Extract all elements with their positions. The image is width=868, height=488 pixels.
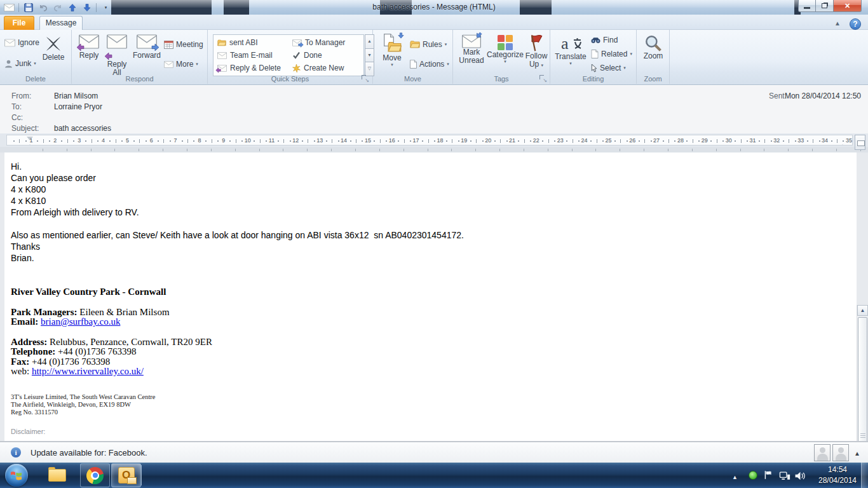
group-label-quick-steps: Quick Steps xyxy=(208,75,372,83)
network-icon[interactable] xyxy=(779,471,790,488)
group-move: Move ▾ Rules▾ Actions▾ Move xyxy=(373,30,453,84)
find-button[interactable]: Find xyxy=(591,34,618,46)
ruler-mark xyxy=(783,140,784,142)
right-indent-marker[interactable] xyxy=(839,141,846,146)
ruler-mark xyxy=(241,140,243,142)
ruler-number: 22 xyxy=(533,137,539,144)
ruler-number: 8 xyxy=(198,137,201,144)
restore-button[interactable] xyxy=(816,0,833,12)
ruler-track[interactable]: 1234567891011121314151617181920212223242… xyxy=(6,135,853,146)
scroll-up-button[interactable]: ▲ xyxy=(857,305,868,316)
reply-button[interactable]: Reply xyxy=(75,34,103,60)
ruler-mark xyxy=(446,140,447,142)
ruler-mark xyxy=(25,140,27,142)
related-button[interactable]: Related▾ xyxy=(591,48,632,60)
email-signature: River Valley Country Park - Cornwall Par… xyxy=(11,287,837,377)
tray-show-hidden-icons[interactable]: ▲ xyxy=(732,474,738,480)
quick-steps-dialog-launcher[interactable] xyxy=(362,75,369,82)
taskbar-chrome-button[interactable] xyxy=(80,463,110,487)
email-link[interactable]: brian@surfbay.co.uk xyxy=(41,316,120,327)
ruler-mark xyxy=(476,139,477,143)
quick-step-done[interactable]: Done xyxy=(292,49,322,62)
quick-step-create-new[interactable]: Create New xyxy=(292,62,344,74)
signature-address: Address: Relubbus, Penzance, Cornwall, T… xyxy=(11,337,837,348)
update-available-text[interactable]: Update available for: Facebook. xyxy=(31,448,147,458)
ruler-mark xyxy=(595,149,596,151)
forward-button[interactable]: Forward xyxy=(131,34,163,60)
select-button[interactable]: Select▾ xyxy=(591,62,626,74)
minimize-button[interactable] xyxy=(798,0,816,12)
message-header: From: Brian Milsom To: Lorraine Pryor Cc… xyxy=(0,86,868,133)
help-button[interactable]: ? xyxy=(850,18,861,30)
message-body-area: Hi. Can you please order 4 x K800 4 x K8… xyxy=(0,152,868,441)
quick-step-reply-delete[interactable]: Reply & Delete xyxy=(217,62,281,74)
ruler-mark xyxy=(67,139,68,143)
ruler-mark xyxy=(530,140,531,142)
chrome-icon xyxy=(86,467,104,484)
categorize-button[interactable]: Categorize ▾ xyxy=(487,34,523,64)
ruler-mark xyxy=(404,139,405,143)
delete-button[interactable]: Delete xyxy=(38,34,69,62)
tray-status-icon[interactable] xyxy=(749,471,757,480)
window-controls: ✕ xyxy=(798,0,862,12)
message-body[interactable]: Hi. Can you please order 4 x K800 4 x K8… xyxy=(4,152,857,441)
ruler-mark xyxy=(717,139,717,143)
signature-phone: Telephone: +44 (0)1736 763398 xyxy=(11,347,837,357)
zoom-button[interactable]: Zoom xyxy=(639,34,667,60)
ruler-mark xyxy=(314,140,315,142)
ruler-number: 16 xyxy=(389,137,395,144)
website-link[interactable]: http://www.rivervalley.co.uk/ xyxy=(32,366,144,376)
ruler-toggle-button[interactable] xyxy=(855,135,865,150)
quick-steps-gallery: sent ABI Team E-mail Reply & Delete To M… xyxy=(213,34,364,76)
reply-all-button[interactable]: Reply All xyxy=(103,34,131,77)
avatar[interactable] xyxy=(814,444,831,461)
show-desktop-button[interactable] xyxy=(861,463,868,488)
ruler-mark xyxy=(813,139,813,143)
ruler-number: 19 xyxy=(461,137,467,144)
ruler-mark xyxy=(260,139,261,143)
ruler-mark xyxy=(548,139,549,143)
ruler-number: 34 xyxy=(822,137,828,144)
move-button[interactable]: Move ▾ xyxy=(378,34,406,67)
more-button[interactable]: More▾ xyxy=(164,58,198,71)
taskbar-explorer-button[interactable] xyxy=(42,463,72,487)
ruler-number: 13 xyxy=(316,137,323,144)
ruler-mark xyxy=(356,139,356,143)
meeting-button[interactable]: Meeting xyxy=(164,38,203,51)
collapse-ribbon-icon[interactable]: ▲ xyxy=(834,20,841,27)
taskbar-clock[interactable]: 14:54 28/04/2014 xyxy=(815,464,860,486)
tab-file[interactable]: File xyxy=(4,16,34,30)
start-button[interactable] xyxy=(5,464,28,487)
actions-button[interactable]: Actions▾ xyxy=(410,58,449,71)
mark-unread-button[interactable]: Mark Unread xyxy=(456,34,487,65)
tab-message[interactable]: Message xyxy=(39,16,83,30)
from-value[interactable]: Brian Milsom xyxy=(54,92,98,100)
translate-button[interactable]: a Translate ▾ xyxy=(553,34,588,66)
taskbar-outlook-button[interactable]: O xyxy=(111,463,141,487)
to-value[interactable]: Lorraine Pryor xyxy=(54,102,102,111)
action-center-icon[interactable] xyxy=(764,470,773,488)
ruler-number: 28 xyxy=(677,137,684,144)
ruler-mark xyxy=(229,140,231,142)
ruler-mark xyxy=(771,140,772,142)
ruler-mark xyxy=(116,139,116,143)
avatar[interactable] xyxy=(832,444,849,461)
close-button[interactable]: ✕ xyxy=(833,0,862,12)
junk-button[interactable]: Junk▾ xyxy=(4,57,36,70)
rules-button[interactable]: Rules▾ xyxy=(410,38,447,51)
quick-step-team-email[interactable]: Team E-mail xyxy=(217,49,273,62)
volume-icon[interactable] xyxy=(795,471,806,488)
ruler[interactable]: 1234567891011121314151617181920212223242… xyxy=(0,133,868,152)
follow-up-button[interactable]: Follow Up ▾ xyxy=(523,34,550,69)
ruler-mark xyxy=(740,149,741,151)
ruler-mark xyxy=(668,149,668,151)
subject-value: bath accessories xyxy=(54,124,111,133)
ignore-button[interactable]: Ignore xyxy=(4,36,39,49)
group-quick-steps: sent ABI Team E-mail Reply & Delete To M… xyxy=(208,30,373,84)
ruler-mark xyxy=(61,140,62,142)
quick-step-sent-abi[interactable]: sent ABI xyxy=(217,36,258,49)
ruler-mark xyxy=(693,139,693,143)
expand-people-pane-icon[interactable]: ▲ xyxy=(854,450,860,457)
tags-dialog-launcher[interactable] xyxy=(539,75,546,82)
quick-step-to-manager[interactable]: To Manager xyxy=(292,36,345,49)
